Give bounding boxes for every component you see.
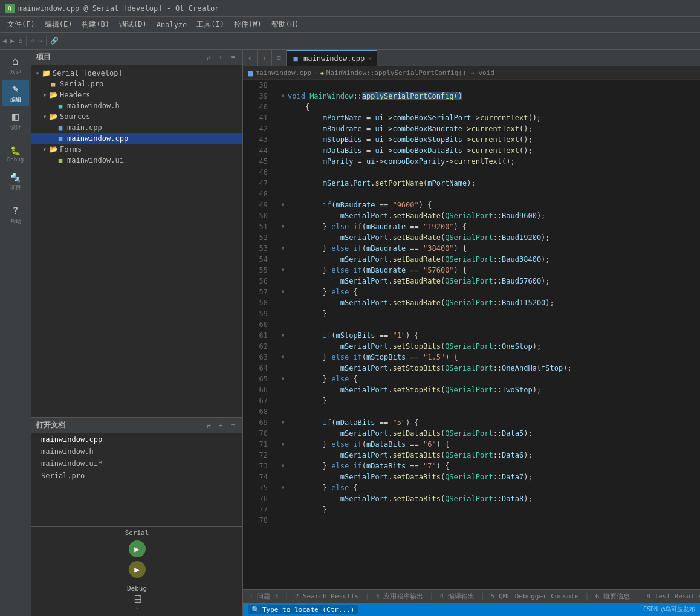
breadcrumb-function: MainWindow::applySerialPortConfig() → vo… [326, 69, 494, 77]
bottom-tab-4-编译输出[interactable]: 4 编译输出 [436, 591, 478, 602]
tree-label: mainwindow.cpp [67, 134, 128, 143]
open-doc-item-serial-pro[interactable]: Serial.pro [31, 470, 242, 482]
fold-arrow-63[interactable]: ▼ [278, 352, 288, 363]
code-line-52: mSerialPort.setBaudRate(QSerialPort::Bau… [278, 232, 695, 243]
sidebar-item-welcome[interactable]: ⌂ 欢迎 [2, 52, 29, 79]
tree-label: main.cpp [67, 123, 102, 132]
fold-arrow-71[interactable]: ▼ [278, 439, 288, 450]
code-line-58: mSerialPort.setBaudRate(QSerialPort::Bau… [278, 297, 695, 308]
fold-arrow-51[interactable]: ▼ [278, 221, 288, 232]
code-content[interactable]: ▼void MainWindow::applySerialPortConfig(… [273, 80, 700, 589]
tree-item-serial-pro[interactable]: ■Serial.pro [31, 79, 242, 89]
open-doc-item-mainwindow-h[interactable]: mainwindow.h [31, 446, 242, 458]
menubar-item-文件(F)[interactable]: 文件(F) [2, 18, 40, 31]
panel-add-btn[interactable]: + [216, 53, 225, 62]
tree-item-serial--develop-[interactable]: ▼📁Serial [develop] [31, 68, 242, 79]
sidebar-item-help[interactable]: ? 帮助 [2, 202, 29, 229]
edit-label: 编辑 [10, 96, 21, 104]
bottom-tab-8-test-results[interactable]: 8 Test Results [643, 591, 700, 601]
menubar-item-构建(B)[interactable]: 构建(B) [77, 18, 114, 31]
editor-area: ‹ › ⊡ ■ mainwindow.cpp ✕ ■ mainwindow.cp… [243, 50, 700, 616]
run-button[interactable]: ▶ [129, 540, 146, 557]
tree-item-main-cpp[interactable]: ■main.cpp [31, 122, 242, 133]
tab-nav-next[interactable]: › [258, 50, 272, 66]
fold-arrow-65[interactable]: ▼ [278, 374, 288, 384]
open-docs-sync-btn[interactable]: ⇄ [204, 421, 213, 430]
menubar-item-编辑(E)[interactable]: 编辑(E) [40, 18, 77, 31]
tree-arrow: ▼ [34, 71, 41, 76]
status-bar: 🔍 Type to locate (Ctr...) CSDN @乌可波发布 [243, 603, 700, 616]
expand-icon[interactable]: › [135, 605, 138, 611]
sidebar-item-debug[interactable]: 🐛 Debug [2, 141, 29, 167]
menubar-item-工具(I)[interactable]: 工具(I) [192, 18, 229, 31]
sep [36, 582, 238, 582]
fold-arrow-57[interactable]: ▼ [278, 287, 288, 297]
fold-arrow-61[interactable]: ▼ [278, 330, 288, 341]
line-number-76: 76 [248, 493, 268, 504]
tree-item-mainwindow-h[interactable]: ■mainwindow.h [31, 100, 242, 111]
line-number-63: 63 [248, 352, 268, 363]
line-number-70: 70 [248, 428, 268, 439]
monitor-icon[interactable]: 🖥 [132, 592, 143, 605]
tree-item-sources[interactable]: ▼📂Sources [31, 111, 242, 122]
open-doc-item-mainwindow-cpp[interactable]: mainwindow.cpp [31, 433, 242, 446]
fold-arrow-39[interactable]: ▼ [278, 91, 288, 102]
open-doc-item-mainwindow-ui-[interactable]: mainwindow.ui* [31, 458, 242, 470]
tree-item-mainwindow-ui[interactable]: ■mainwindow.ui [31, 155, 242, 166]
open-docs-add-btn[interactable]: + [216, 421, 225, 430]
line-number-64: 64 [248, 363, 268, 374]
locate-input[interactable]: 🔍 Type to locate (Ctr...) [248, 605, 358, 614]
bottom-tab-3-应用程序输出[interactable]: 3 应用程序输出 [372, 591, 427, 602]
tree-icon-file-h: ■ [56, 102, 65, 110]
panel-sync-btn[interactable]: ⇄ [204, 53, 213, 62]
tree-icon-file-pro: ■ [48, 80, 58, 88]
sidebar-item-design[interactable]: ◧ 设计 [2, 108, 29, 134]
menubar-item-帮助(H)[interactable]: 帮助(H) [267, 18, 304, 31]
open-docs-menu-btn[interactable]: ≡ [228, 421, 238, 430]
line-number-46: 46 [248, 167, 268, 178]
code-line-54: mSerialPort.setBaudRate(QSerialPort::Bau… [278, 254, 695, 265]
panel-menu-btn[interactable]: ≡ [228, 53, 238, 62]
fold-arrow-49[interactable]: ▼ [278, 199, 288, 210]
tree-icon-folder: 📂 [48, 112, 58, 121]
line-number-49: 49 [248, 199, 268, 210]
tab-mainwindow-cpp[interactable]: ■ mainwindow.cpp ✕ [287, 50, 377, 66]
line-number-38: 38 [248, 80, 268, 91]
tab-nav-prev[interactable]: ‹ [243, 50, 258, 66]
code-editor[interactable]: 3839404142434445464748495051525354555657… [243, 80, 700, 589]
tree-item-forms[interactable]: ▼📂Forms [31, 144, 242, 155]
tree-icon-folder: 📂 [48, 91, 58, 99]
tree-item-mainwindow-cpp[interactable]: ■mainwindow.cpp [31, 133, 242, 144]
tab-nav-close[interactable]: ⊡ [272, 50, 287, 66]
fold-arrow-53[interactable]: ▼ [278, 243, 288, 254]
bottom-tab-5-qml-debugger-console[interactable]: 5 QML Debugger Console [487, 591, 583, 601]
edit-icon: ✎ [12, 82, 19, 95]
menubar-item-控件(W)[interactable]: 控件(W) [229, 18, 267, 31]
menubar-item-Analyze[interactable]: Analyze [152, 19, 192, 30]
tree-label: mainwindow.h [67, 102, 120, 110]
debug-run-button[interactable]: ▶ [129, 561, 146, 578]
bottom-tab-2-search-results[interactable]: 2 Search Results [291, 591, 363, 601]
open-docs-panel: 打开文档 ⇄ + ≡ mainwindow.cppmainwindow.hmai… [31, 417, 242, 526]
bottom-tab-1-问题-3[interactable]: 1 问题 3 [245, 591, 282, 602]
sidebar-item-edit[interactable]: ✎ 编辑 [2, 80, 29, 106]
window-title: mainwindow.cpp @ Serial [develop] - Qt C… [18, 4, 219, 13]
tree-item-headers[interactable]: ▼📂Headers [31, 89, 242, 100]
fold-arrow-75[interactable]: ▼ [278, 482, 288, 493]
menubar-item-调试(D)[interactable]: 调试(D) [114, 18, 152, 31]
tab-close-btn[interactable]: ✕ [368, 55, 372, 62]
line-number-57: 57 [248, 287, 268, 297]
tab-bar: ‹ › ⊡ ■ mainwindow.cpp ✕ [243, 50, 700, 66]
fold-arrow-69[interactable]: ▼ [278, 417, 288, 428]
bottom-tab-6-概要信息[interactable]: 6 概要信息 [592, 591, 634, 602]
sidebar-item-project[interactable]: 🔩 项目 [2, 169, 29, 195]
help-icon: ? [13, 205, 19, 216]
code-line-73: ▼ } else if(mDataBits == "7") { [278, 461, 695, 472]
serial-run-panel: Serial ▶ ▶ Debug 🖥 › [31, 526, 242, 616]
fold-arrow-55[interactable]: ▼ [278, 265, 288, 276]
line-number-39: 39 [248, 91, 268, 102]
fold-arrow-73[interactable]: ▼ [278, 461, 288, 472]
line-number-58: 58 [248, 297, 268, 308]
tree-label: Forms [60, 145, 82, 154]
code-line-77: } [278, 504, 695, 515]
